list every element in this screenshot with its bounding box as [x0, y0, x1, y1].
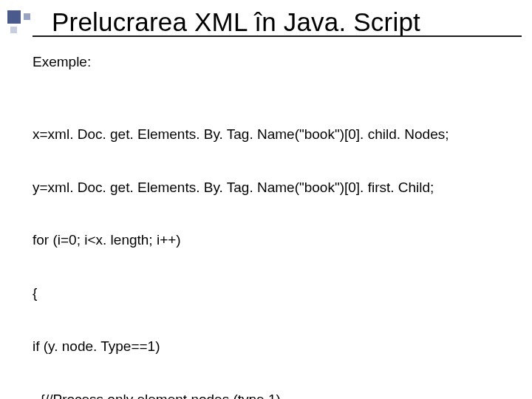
slide: Prelucrarea XML în Java. Script Exemple:…: [0, 0, 532, 399]
slide-title: Prelucrarea XML în Java. Script: [52, 7, 517, 37]
code-line: x=xml. Doc. get. Elements. By. Tag. Name…: [33, 126, 510, 143]
slide-body: Exemple: x=xml. Doc. get. Elements. By. …: [33, 53, 510, 399]
code-block: x=xml. Doc. get. Elements. By. Tag. Name…: [33, 90, 510, 399]
corner-decoration: [7, 10, 34, 37]
code-line: {: [33, 284, 510, 302]
example-label: Exemple:: [33, 53, 510, 71]
code-line: y=xml. Doc. get. Elements. By. Tag. Name…: [33, 179, 510, 197]
code-line: for (i=0; i<x. length; i++): [33, 231, 510, 249]
code-line: if (y. node. Type==1): [33, 338, 510, 355]
square-icon: [10, 27, 17, 33]
title-underline: [33, 35, 522, 37]
square-icon: [7, 10, 21, 24]
code-line: {//Process only element nodes (type 1): [33, 391, 510, 399]
square-icon: [24, 13, 30, 20]
